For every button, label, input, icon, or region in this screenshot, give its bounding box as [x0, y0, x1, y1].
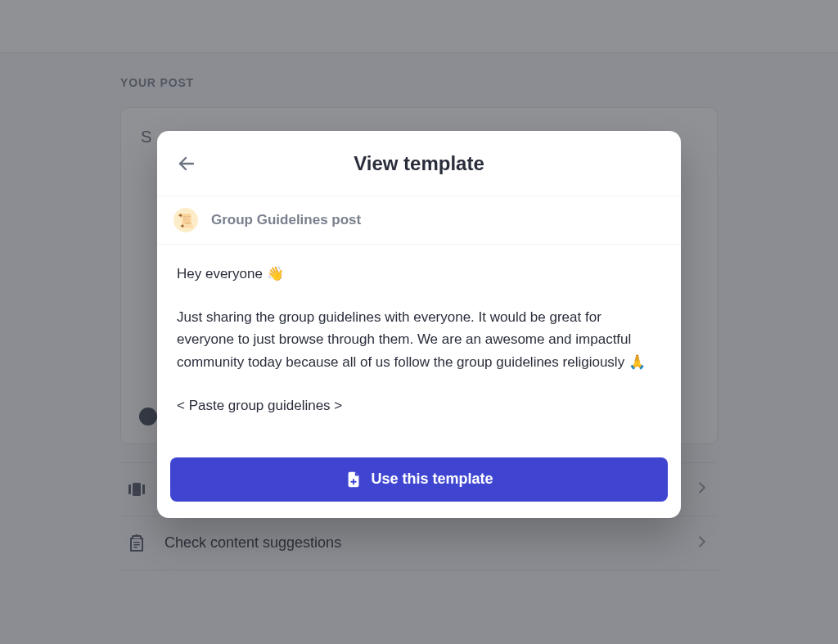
use-template-label: Use this template	[371, 471, 493, 488]
modal-title: View template	[354, 152, 484, 175]
template-name: Group Guidelines post	[211, 212, 361, 228]
template-placeholder: < Paste group guidelines >	[177, 394, 661, 417]
modal-footer: Use this template	[157, 444, 681, 518]
file-plus-icon	[345, 471, 363, 489]
template-header: 📜 Group Guidelines post	[157, 196, 681, 245]
template-paragraph: Just sharing the group guidelines with e…	[177, 306, 661, 373]
modal-header: View template	[157, 131, 681, 196]
template-line-greeting: Hey everyone 👋	[177, 263, 661, 285]
svg-rect-8	[351, 481, 357, 483]
scroll-icon: 📜	[173, 208, 198, 232]
back-button[interactable]	[173, 151, 200, 177]
use-template-button[interactable]: Use this template	[170, 457, 668, 502]
template-body: Hey everyone 👋 Just sharing the group gu…	[157, 245, 681, 444]
arrow-left-icon	[177, 154, 196, 173]
view-template-modal: View template 📜 Group Guidelines post He…	[157, 131, 681, 518]
